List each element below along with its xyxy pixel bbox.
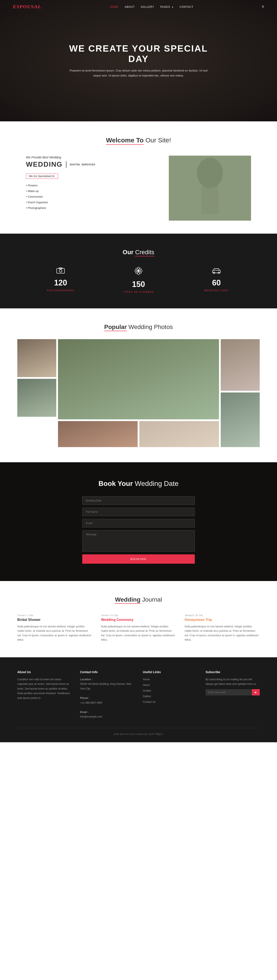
list-item: Photographers [26,205,156,211]
photos-grid [17,339,260,447]
welcome-right [169,156,251,221]
nav-item-gallery[interactable]: Gallery [141,5,154,9]
photo-item[interactable] [221,339,260,391]
car-icon [182,267,251,276]
wedding-heading: WEDDING DIGITAL SERVICES [26,161,156,169]
welcome-left: We Provide Best Wedding WEDDING DIGITAL … [26,156,156,211]
journal-title: Honeymoon Trip [185,618,260,622]
svg-rect-3 [57,269,65,273]
booking-form: Booking [82,496,195,564]
svg-point-10 [140,270,142,272]
footer-links-col: Useful Links Home About Guides Gallery C… [143,670,197,719]
couple-image [169,156,251,221]
photo-item[interactable] [17,379,56,417]
booking-date-input[interactable] [82,496,195,505]
svg-rect-15 [212,270,220,273]
footer-link-gallery[interactable]: Gallery [143,694,197,698]
credit-photographers: 120 PHOTOGRAPHERS [26,267,95,293]
credit-cars: 60 WEDDING CARS [182,267,251,293]
footer-about-text: Curabitur non nulla sit amet nisl varius… [17,677,71,701]
subscribe-email-input[interactable] [206,689,252,695]
journal-title: Bridal Shower [17,618,92,622]
svg-rect-0 [169,156,251,221]
credits-grid: 120 PHOTOGRAPHERS 150 TYPES OF FLOWERS [26,267,251,293]
footer-bottom: Build with ♥ at xss.fx-xunion.com 站长下载盒子 [17,728,260,736]
credits-section: Our Credits 120 PHOTOGRAPHERS [0,234,277,309]
welcome-grid: We Provide Best Wedding WEDDING DIGITAL … [26,156,251,221]
svg-point-6 [138,270,139,272]
photos-section: Popular Wedding Photos [0,309,277,462]
subscribe-button[interactable]: ▶ [252,689,260,695]
footer: About Us Curabitur non nulla sit amet ni… [0,657,277,742]
photo-item[interactable] [221,393,260,447]
footer-about-title: About Us [17,670,71,674]
svg-point-1 [197,158,223,188]
journal-body: Nulla pellentesque mi non laoreet eleife… [185,624,260,642]
footer-link-home[interactable]: Home [143,677,197,681]
journal-card-3: Jamaica / 25 July Honeymoon Trip Nulla p… [185,614,260,642]
footer-links-list: Home About Guides Gallery Contact Us [143,677,197,704]
journal-meta: Jamaica / 25 July [185,614,260,617]
footer-subscribe-form: ▶ [206,689,260,695]
camera-icon [26,267,95,276]
specialised-list: Flowers Make-up Ceremonies Event Organiz… [26,183,156,211]
svg-point-13 [136,272,138,274]
hero-content: WE CREATE YOUR SPECIAL DAY Praesent sit … [63,43,214,78]
photo-item[interactable] [58,421,138,447]
credit-number: 150 [104,280,173,289]
journal-card-1: Tucson / 1 July Bridal Shower Nulla pell… [17,614,92,642]
flower-icon [104,267,173,277]
provide-label: We Provide Best Wedding [26,156,156,159]
nav-item-about[interactable]: About [125,5,135,9]
nav-item-home[interactable]: Home [110,5,119,9]
footer-link-guides[interactable]: Guides [143,689,197,692]
svg-point-9 [135,270,137,272]
brand-logo[interactable]: ESPOUSAL [13,4,41,10]
credit-flowers: 150 TYPES OF FLOWERS [104,267,173,293]
svg-point-7 [138,267,139,269]
journal-grid: Tucson / 1 July Bridal Shower Nulla pell… [17,614,260,642]
footer-contact: Contact Info Location : 09184 4th Block … [80,670,134,719]
booking-button[interactable]: Booking [82,554,195,564]
welcome-heading: Welcome To Our Site! [26,137,251,145]
journal-card-2: Tucson / 12 July Wedding Ceremony Nulla … [101,614,176,642]
svg-point-12 [139,268,141,270]
nav-item-pages[interactable]: Pages ▼ [160,5,174,9]
svg-point-4 [59,270,62,272]
footer-contact-info: Location : 09184 4th Block Building, Kin… [80,677,134,719]
booking-content: Book Your Wedding Date Booking [26,480,251,564]
credit-label: TYPES OF FLOWERS [104,291,173,293]
list-item: Flowers [26,183,156,188]
svg-point-8 [138,272,139,275]
search-icon[interactable]: ⚲ [262,5,264,9]
journal-heading: Wedding Journal [17,596,260,603]
message-textarea[interactable] [82,530,195,552]
photo-center-main[interactable] [58,339,219,419]
journal-meta: Tucson / 12 July [101,614,176,617]
divider [66,161,66,168]
footer-link-about[interactable]: About [143,683,197,687]
svg-rect-2 [201,186,218,214]
footer-link-contact[interactable]: Contact Us [143,700,197,704]
email-input[interactable] [82,519,195,528]
credit-number: 120 [26,278,95,287]
welcome-section: Welcome To Our Site! We Provide Best Wed… [0,121,277,234]
specialised-badge: We Are Specialised At- [26,173,58,179]
journal-meta: Tucson / 1 July [17,614,92,617]
photos-heading: Popular Wedding Photos [17,324,260,331]
svg-point-11 [136,268,138,270]
photos-left-col [17,339,56,447]
hero-subtitle: Praesent sit amet fermentum ipsum. Cras … [67,68,210,78]
full-name-input[interactable] [82,508,195,516]
footer-subscribe-col: Subscribe By subscribing to our mailing … [206,670,260,719]
credit-label: WEDDING CARS [182,289,251,292]
booking-heading: Book Your Wedding Date [26,480,251,488]
photo-item[interactable] [139,421,219,447]
photo-item[interactable] [17,339,56,377]
credit-label: PHOTOGRAPHERS [26,289,95,292]
footer-links-title: Useful Links [143,670,197,674]
nav-item-contact[interactable]: Contact [180,5,193,9]
chevron-down-icon: ▼ [172,6,174,8]
credit-number: 60 [182,278,251,287]
svg-point-14 [139,272,141,274]
